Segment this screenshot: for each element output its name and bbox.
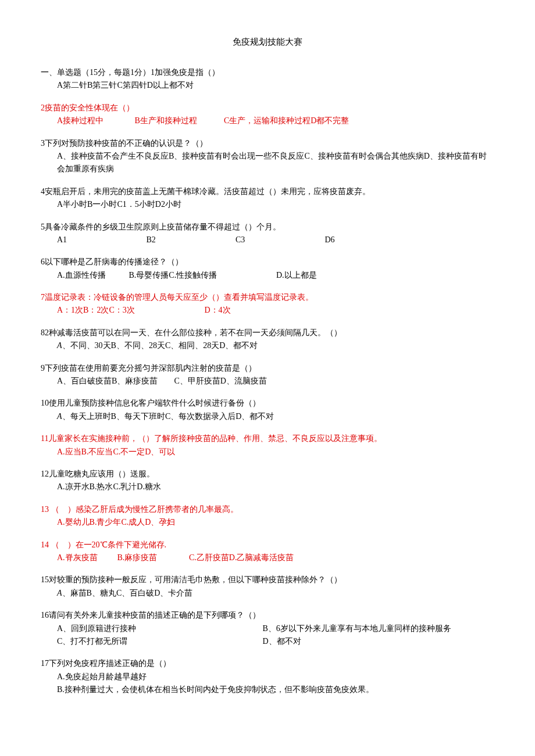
question-5: 5具备冷藏条件的乡级卫生院原则上疫苗储存量不得超过（）个月。 A1 B2 C3 … xyxy=(41,221,494,247)
q15-opt-rest: 、麻苗B、糖丸C、百白破D、卡介苗 xyxy=(62,589,193,597)
question-9: 9下列疫苗在使用前要充分摇匀并深部肌内注射的疫苗是（） A、百白破疫苗B、麻疹疫… xyxy=(41,362,494,388)
q3-text: 3下列对预防接种疫苗的不正确的认识是？（） xyxy=(41,137,494,150)
question-12: 12儿童吃糖丸应该用（）送服。 A.凉开水B.热水C.乳汁D.糖水 xyxy=(41,468,494,494)
q16-opt-b: B、6岁以下外来儿童享有与本地儿童同样的接种服务 xyxy=(263,622,451,635)
page-title: 免疫规划技能大赛 xyxy=(41,35,494,49)
question-1: 一、单选题（15分，每题1分）1加强免疫是指（） A第二针B第三针C第四针D以上… xyxy=(41,66,494,92)
q2-opt-a: A接种过程中 xyxy=(57,114,133,127)
question-6: 6以下哪种是乙肝病毒的传播途径？（） A.血源性传播 B.母婴传播C.性接触传播… xyxy=(41,256,494,282)
q1-text: 1加强免疫是指（） xyxy=(151,68,220,77)
question-10: 10使用儿童预防接种信息化客户端软件什么时候进行备份（） A、每天上班时B、每天… xyxy=(41,397,494,423)
q14-options: A.脊灰疫苗 B.麻疹疫苗 C.乙肝疫苗D.乙脑减毒活疫苗 xyxy=(41,551,494,564)
q17-opt-b: B.接种剂量过大，会使机体在相当长时间内处于免疫抑制状态，但不影响疫苗免疫效果。 xyxy=(41,683,494,696)
q11-options: A.应当B.不应当C.不一定D、可以 xyxy=(41,446,494,458)
question-4: 4安瓶启开后，未用完的疫苗盖上无菌干棉球冷藏。活疫苗超过（）未用完，应将疫苗废弃… xyxy=(41,185,494,212)
q8-text: 82种减毒活疫苗可以在同一天、在什么部位接种，若不在同一天必须间隔几天。（） xyxy=(41,327,494,339)
q10-options: A、每天上班时B、每天下班时C、每次数据录入后D、都不对 xyxy=(41,410,494,423)
question-16: 16请问有关外来儿童接种疫苗的描述正确的是下列哪项？（） A、回到原籍进行接种 … xyxy=(41,609,494,648)
question-14: 14 （ ）在一20℃条件下避光储存. A.脊灰疫苗 B.麻疹疫苗 C.乙肝疫苗… xyxy=(41,539,494,565)
q14-opt-b: B.麻疹疫苗 xyxy=(117,551,187,564)
q8-opt-rest: 、不同、30天B、不同、28天C、相同、28天D、都不对 xyxy=(62,341,258,350)
question-2: 2疫苗的安全性体现在（） A接种过程中 B生产和接种过程 C生产，运输和接种过程… xyxy=(41,102,494,128)
q9-options: A、百白破疫苗B、麻疹疫苗 C、甲肝疫苗D、流脑疫苗 xyxy=(41,375,494,388)
question-15: 15对较重的预防接种一般反应，可用清洁毛巾热敷，但以下哪种疫苗接种除外？（） A… xyxy=(41,574,494,600)
q12-text: 12儿童吃糖丸应该用（）送服。 xyxy=(41,468,494,481)
q16-options-row1: A、回到原籍进行接种 B、6岁以下外来儿童享有与本地儿童同样的接种服务 xyxy=(41,622,494,635)
q2-options: A接种过程中 B生产和接种过程 C生产，运输和接种过程D都不完整 xyxy=(41,114,494,127)
q10-text: 10使用儿童预防接种信息化客户端软件什么时候进行备份（） xyxy=(41,397,494,410)
question-3: 3下列对预防接种疫苗的不正确的认识是？（） A、接种疫苗不会产生不良反应B、接种… xyxy=(41,137,494,176)
q10-opt-rest: 、每天上班时B、每天下班时C、每次数据录入后D、都不对 xyxy=(62,412,274,421)
q4-text: 4安瓶启开后，未用完的疫苗盖上无菌干棉球冷藏。活疫苗超过（）未用完，应将疫苗废弃… xyxy=(41,185,494,198)
q15-text: 15对较重的预防接种一般反应，可用清洁毛巾热敷，但以下哪种疫苗接种除外？（） xyxy=(41,574,494,586)
q2-opt-b: B生产和接种过程 xyxy=(135,114,222,127)
q14-text: 14 （ ）在一20℃条件下避光储存. xyxy=(41,539,494,551)
q16-text: 16请问有关外来儿童接种疫苗的描述正确的是下列哪项？（） xyxy=(41,609,494,622)
q1-options: A第二针B第三针C第四针D以上都不对 xyxy=(41,79,494,92)
q16-opt-c: C、打不打都无所谓 xyxy=(57,635,261,648)
question-8: 82种减毒活疫苗可以在同一天、在什么部位接种，若不在同一天必须间隔几天。（） A… xyxy=(41,327,494,353)
q7-opt-abc: A：1次B：2次C：3次 xyxy=(57,304,202,317)
q5-options: A1 B2 C3 D6 xyxy=(41,234,494,246)
q16-opt-a: A、回到原籍进行接种 xyxy=(57,622,261,635)
q14-opt-a: A.脊灰疫苗 xyxy=(57,551,115,564)
q13-options: A.婴幼儿B.青少年C.成人D、孕妇 xyxy=(41,516,494,529)
q5-opt-d: D6 xyxy=(325,234,335,246)
q5-opt-a: A1 xyxy=(57,234,144,246)
q7-text: 7温度记录表：冷链设备的管理人员每天应至少（）查看并填写温度记录表。 xyxy=(41,291,494,304)
q6-options: A.血源性传播 B.母婴传播C.性接触传播 D.以上都是 xyxy=(41,269,494,282)
q16-opt-d: D、都不对 xyxy=(263,635,301,648)
q13-text: 13 （ ）感染乙肝后成为慢性乙肝携带者的几率最高。 xyxy=(41,503,494,516)
q2-opt-c: C生产，运输和接种过程D都不完整 xyxy=(224,114,349,127)
q8-opt-a-prefix: A xyxy=(57,341,62,350)
q7-options: A：1次B：2次C：3次 D：4次 xyxy=(41,304,494,317)
q11-text: 11儿童家长在实施接种前，（）了解所接种疫苗的品种、作用、禁忌、不良反应以及注意… xyxy=(41,432,494,445)
q12-options: A.凉开水B.热水C.乳汁D.糖水 xyxy=(41,481,494,493)
q7-opt-d: D：4次 xyxy=(205,304,231,317)
q3-options: A、接种疫苗不会产生不良反应B、接种疫苗有时会出现一些不良反应C、接种疫苗有时会… xyxy=(41,150,494,176)
q6-text: 6以下哪种是乙肝病毒的传播途径？（） xyxy=(41,256,494,268)
q4-options: A半小时B一小时C1．5小时D2小时 xyxy=(41,198,494,211)
section-header: 一、单选题（15分，每题1分） xyxy=(41,68,151,77)
q6-opt-d: D.以上都是 xyxy=(276,269,317,282)
q14-opt-c: C.乙肝疫苗D.乙脑减毒活疫苗 xyxy=(189,551,294,564)
q6-opt-a: A.血源性传播 xyxy=(57,269,127,282)
q5-text: 5具备冷藏条件的乡级卫生院原则上疫苗储存量不得超过（）个月。 xyxy=(41,221,494,234)
question-13: 13 （ ）感染乙肝后成为慢性乙肝携带者的几率最高。 A.婴幼儿B.青少年C.成… xyxy=(41,503,494,529)
q17-opt-a: A.免疫起始月龄越早越好 xyxy=(41,671,494,683)
q6-opt-b: B.母婴传播C.性接触传播 xyxy=(129,269,274,282)
q15-opt-a-prefix: A xyxy=(57,589,62,597)
q10-opt-a-prefix: A xyxy=(57,412,62,421)
q9-text: 9下列疫苗在使用前要充分摇匀并深部肌内注射的疫苗是（） xyxy=(41,362,494,375)
q17-text: 17下列对免疫程序描述正确的是（） xyxy=(41,657,494,670)
question-7: 7温度记录表：冷链设备的管理人员每天应至少（）查看并填写温度记录表。 A：1次B… xyxy=(41,291,494,317)
question-11: 11儿童家长在实施接种前，（）了解所接种疫苗的品种、作用、禁忌、不良反应以及注意… xyxy=(41,432,494,458)
q5-opt-c: C3 xyxy=(236,234,323,246)
question-17: 17下列对免疫程序描述正确的是（） A.免疫起始月龄越早越好 B.接种剂量过大，… xyxy=(41,657,494,696)
q8-options: A、不同、30天B、不同、28天C、相同、28天D、都不对 xyxy=(41,339,494,352)
q5-opt-b: B2 xyxy=(147,234,234,246)
q2-text: 2疫苗的安全性体现在（） xyxy=(41,102,494,114)
q15-options: A、麻苗B、糖丸C、百白破D、卡介苗 xyxy=(41,587,494,600)
q16-options-row2: C、打不打都无所谓 D、都不对 xyxy=(41,635,494,648)
